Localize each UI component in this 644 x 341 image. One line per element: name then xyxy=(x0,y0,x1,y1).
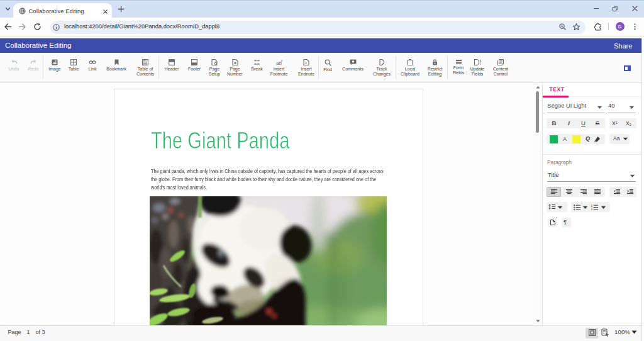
svg-text:1: 1 xyxy=(591,204,593,208)
svg-text:2: 2 xyxy=(591,208,593,210)
svg-text:ab: ab xyxy=(276,60,282,66)
